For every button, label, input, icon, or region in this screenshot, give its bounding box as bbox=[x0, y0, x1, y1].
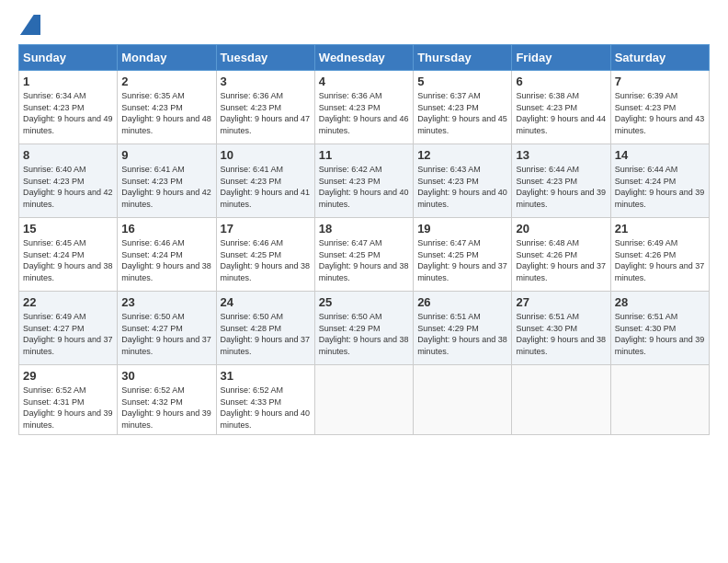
day-info: Sunrise: 6:36 AMSunset: 4:23 PMDaylight:… bbox=[221, 91, 311, 135]
header-row: Sunday Monday Tuesday Wednesday Thursday… bbox=[19, 45, 710, 71]
day-number: 7 bbox=[615, 75, 705, 88]
table-row: 14 Sunrise: 6:44 AMSunset: 4:24 PMDaylig… bbox=[610, 144, 709, 218]
day-info: Sunrise: 6:41 AMSunset: 4:23 PMDaylight:… bbox=[221, 165, 311, 209]
header bbox=[18, 15, 710, 35]
day-info: Sunrise: 6:41 AMSunset: 4:23 PMDaylight:… bbox=[121, 165, 211, 209]
table-row bbox=[610, 365, 709, 435]
day-number: 8 bbox=[23, 148, 113, 162]
col-tuesday: Tuesday bbox=[216, 45, 314, 71]
table-row: 18 Sunrise: 6:47 AMSunset: 4:25 PMDaylig… bbox=[314, 218, 413, 292]
day-number: 31 bbox=[221, 369, 311, 383]
day-info: Sunrise: 6:44 AMSunset: 4:24 PMDaylight:… bbox=[615, 165, 705, 209]
table-row bbox=[512, 365, 610, 435]
day-number: 6 bbox=[516, 75, 606, 88]
day-info: Sunrise: 6:51 AMSunset: 4:29 PMDaylight:… bbox=[417, 312, 507, 356]
day-number: 15 bbox=[23, 222, 113, 236]
table-row: 29 Sunrise: 6:52 AMSunset: 4:31 PMDaylig… bbox=[19, 365, 118, 435]
day-number: 22 bbox=[23, 295, 113, 309]
day-info: Sunrise: 6:38 AMSunset: 4:23 PMDaylight:… bbox=[516, 91, 606, 135]
table-row: 12 Sunrise: 6:43 AMSunset: 4:23 PMDaylig… bbox=[414, 144, 512, 218]
table-row: 27 Sunrise: 6:51 AMSunset: 4:30 PMDaylig… bbox=[512, 292, 610, 365]
table-row: 2 Sunrise: 6:35 AMSunset: 4:23 PMDayligh… bbox=[118, 71, 216, 144]
table-row: 11 Sunrise: 6:42 AMSunset: 4:23 PMDaylig… bbox=[314, 144, 413, 218]
day-info: Sunrise: 6:52 AMSunset: 4:33 PMDaylight:… bbox=[221, 385, 311, 430]
table-row: 31 Sunrise: 6:52 AMSunset: 4:33 PMDaylig… bbox=[216, 365, 314, 435]
day-info: Sunrise: 6:40 AMSunset: 4:23 PMDaylight:… bbox=[23, 165, 113, 209]
day-number: 5 bbox=[417, 75, 507, 88]
day-info: Sunrise: 6:51 AMSunset: 4:30 PMDaylight:… bbox=[615, 312, 705, 356]
day-info: Sunrise: 6:49 AMSunset: 4:27 PMDaylight:… bbox=[23, 312, 113, 356]
table-row: 1 Sunrise: 6:34 AMSunset: 4:23 PMDayligh… bbox=[19, 71, 118, 144]
day-number: 13 bbox=[516, 148, 606, 162]
day-number: 29 bbox=[23, 369, 113, 383]
day-info: Sunrise: 6:42 AMSunset: 4:23 PMDaylight:… bbox=[319, 165, 409, 209]
table-row: 13 Sunrise: 6:44 AMSunset: 4:23 PMDaylig… bbox=[512, 144, 610, 218]
day-number: 1 bbox=[23, 75, 113, 88]
calendar-body: 1 Sunrise: 6:34 AMSunset: 4:23 PMDayligh… bbox=[19, 71, 710, 435]
table-row: 17 Sunrise: 6:46 AMSunset: 4:25 PMDaylig… bbox=[216, 218, 314, 292]
day-info: Sunrise: 6:50 AMSunset: 4:28 PMDaylight:… bbox=[221, 312, 311, 356]
day-number: 17 bbox=[221, 222, 311, 236]
table-row: 3 Sunrise: 6:36 AMSunset: 4:23 PMDayligh… bbox=[216, 71, 314, 144]
day-info: Sunrise: 6:37 AMSunset: 4:23 PMDaylight:… bbox=[417, 91, 507, 135]
table-row: 22 Sunrise: 6:49 AMSunset: 4:27 PMDaylig… bbox=[19, 292, 118, 365]
day-number: 16 bbox=[121, 222, 211, 236]
svg-marker-1 bbox=[20, 15, 40, 35]
day-info: Sunrise: 6:47 AMSunset: 4:25 PMDaylight:… bbox=[417, 238, 507, 282]
logo-icon bbox=[20, 15, 40, 35]
day-info: Sunrise: 6:46 AMSunset: 4:24 PMDaylight:… bbox=[121, 238, 211, 282]
col-wednesday: Wednesday bbox=[314, 45, 413, 71]
day-number: 30 bbox=[121, 369, 211, 383]
day-info: Sunrise: 6:51 AMSunset: 4:30 PMDaylight:… bbox=[516, 312, 606, 356]
day-info: Sunrise: 6:34 AMSunset: 4:23 PMDaylight:… bbox=[23, 91, 113, 135]
day-info: Sunrise: 6:43 AMSunset: 4:23 PMDaylight:… bbox=[417, 165, 507, 209]
day-number: 23 bbox=[121, 295, 211, 309]
table-row: 6 Sunrise: 6:38 AMSunset: 4:23 PMDayligh… bbox=[512, 71, 610, 144]
table-row: 30 Sunrise: 6:52 AMSunset: 4:32 PMDaylig… bbox=[118, 365, 216, 435]
day-number: 28 bbox=[615, 295, 705, 309]
table-row: 23 Sunrise: 6:50 AMSunset: 4:27 PMDaylig… bbox=[118, 292, 216, 365]
table-row: 20 Sunrise: 6:48 AMSunset: 4:26 PMDaylig… bbox=[512, 218, 610, 292]
day-number: 4 bbox=[319, 75, 409, 88]
table-row: 28 Sunrise: 6:51 AMSunset: 4:30 PMDaylig… bbox=[610, 292, 709, 365]
table-row: 16 Sunrise: 6:46 AMSunset: 4:24 PMDaylig… bbox=[118, 218, 216, 292]
table-row: 4 Sunrise: 6:36 AMSunset: 4:23 PMDayligh… bbox=[314, 71, 413, 144]
table-row: 9 Sunrise: 6:41 AMSunset: 4:23 PMDayligh… bbox=[118, 144, 216, 218]
table-row: 7 Sunrise: 6:39 AMSunset: 4:23 PMDayligh… bbox=[610, 71, 709, 144]
calendar-table: Sunday Monday Tuesday Wednesday Thursday… bbox=[18, 44, 710, 435]
table-row bbox=[414, 365, 512, 435]
day-info: Sunrise: 6:48 AMSunset: 4:26 PMDaylight:… bbox=[516, 238, 606, 282]
day-info: Sunrise: 6:45 AMSunset: 4:24 PMDaylight:… bbox=[23, 238, 113, 282]
day-number: 20 bbox=[516, 222, 606, 236]
day-number: 26 bbox=[417, 295, 507, 309]
day-info: Sunrise: 6:50 AMSunset: 4:27 PMDaylight:… bbox=[121, 312, 211, 356]
day-number: 19 bbox=[417, 222, 507, 236]
day-number: 11 bbox=[319, 148, 409, 162]
table-row: 5 Sunrise: 6:37 AMSunset: 4:23 PMDayligh… bbox=[414, 71, 512, 144]
col-monday: Monday bbox=[118, 45, 216, 71]
page-container: Sunday Monday Tuesday Wednesday Thursday… bbox=[0, 0, 728, 444]
calendar-header: Sunday Monday Tuesday Wednesday Thursday… bbox=[19, 45, 710, 71]
day-info: Sunrise: 6:46 AMSunset: 4:25 PMDaylight:… bbox=[221, 238, 311, 282]
col-sunday: Sunday bbox=[19, 45, 118, 71]
table-row: 19 Sunrise: 6:47 AMSunset: 4:25 PMDaylig… bbox=[414, 218, 512, 292]
day-info: Sunrise: 6:50 AMSunset: 4:29 PMDaylight:… bbox=[319, 312, 409, 356]
day-info: Sunrise: 6:44 AMSunset: 4:23 PMDaylight:… bbox=[516, 165, 606, 209]
day-number: 18 bbox=[319, 222, 409, 236]
table-row: 15 Sunrise: 6:45 AMSunset: 4:24 PMDaylig… bbox=[19, 218, 118, 292]
day-number: 10 bbox=[221, 148, 311, 162]
table-row: 8 Sunrise: 6:40 AMSunset: 4:23 PMDayligh… bbox=[19, 144, 118, 218]
col-friday: Friday bbox=[512, 45, 610, 71]
table-row: 21 Sunrise: 6:49 AMSunset: 4:26 PMDaylig… bbox=[610, 218, 709, 292]
day-number: 27 bbox=[516, 295, 606, 309]
day-info: Sunrise: 6:39 AMSunset: 4:23 PMDaylight:… bbox=[615, 91, 705, 135]
day-number: 21 bbox=[615, 222, 705, 236]
day-info: Sunrise: 6:36 AMSunset: 4:23 PMDaylight:… bbox=[319, 91, 409, 135]
table-row bbox=[314, 365, 413, 435]
day-info: Sunrise: 6:47 AMSunset: 4:25 PMDaylight:… bbox=[319, 238, 409, 282]
day-number: 2 bbox=[121, 75, 211, 88]
day-number: 9 bbox=[121, 148, 211, 162]
day-info: Sunrise: 6:52 AMSunset: 4:32 PMDaylight:… bbox=[121, 385, 211, 430]
col-saturday: Saturday bbox=[610, 45, 709, 71]
table-row: 26 Sunrise: 6:51 AMSunset: 4:29 PMDaylig… bbox=[414, 292, 512, 365]
